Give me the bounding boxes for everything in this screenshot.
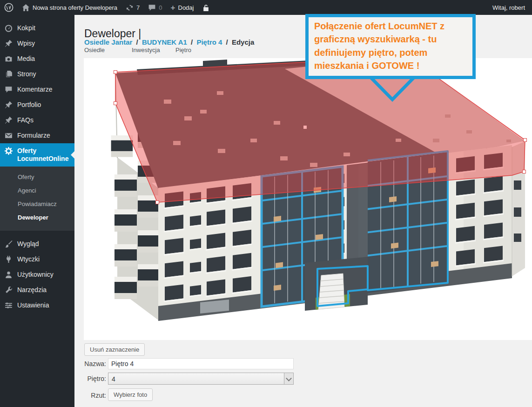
sidebar-item-label: Media <box>17 55 35 63</box>
breadcrumb-separator: / <box>132 38 142 46</box>
sidebar-item-wpisy[interactable]: Wpisy <box>0 36 74 51</box>
sidebar-item-label: Wtyczki <box>17 255 40 263</box>
sidebar-item-label: Użytkownicy <box>17 271 54 279</box>
name-input[interactable] <box>108 358 294 369</box>
updates-count: 7 <box>136 4 140 11</box>
wordpress-logo <box>4 3 13 12</box>
sidebar-item-komentarze[interactable]: Komentarze <box>0 82 74 97</box>
home-icon <box>22 4 30 12</box>
breadcrumb-separator: / <box>222 38 232 46</box>
pin-icon <box>5 116 13 124</box>
sidebar-item-u-ytkownicy[interactable]: Użytkownicy <box>0 267 74 282</box>
selection-handle[interactable] <box>523 170 526 173</box>
admin-bar: Nowa strona oferty Dewelopera 7 0 + Doda… <box>0 0 532 15</box>
breadcrumb: Osiedle Jantar / BUDYNEK A1 / Piętro 4 /… <box>84 38 254 46</box>
sidebar-item-formularze[interactable]: Formularze <box>0 128 74 143</box>
selection-handle[interactable] <box>114 102 117 105</box>
clear-selection-button[interactable]: Usuń zaznaczenie <box>84 343 145 356</box>
breadcrumb-separator: / <box>187 38 197 46</box>
sidebar-menu: KokpitWpisyMediaStronyKomentarzePortfoli… <box>0 15 74 407</box>
sublabel-osiedle: Osiedle <box>84 47 105 53</box>
users-icon <box>5 271 13 279</box>
selection-handle[interactable] <box>156 201 159 204</box>
sublabel-pietro: Piętro <box>175 47 191 53</box>
sidebar-subitem-powiadamiacz[interactable]: Powiadamiacz <box>0 197 74 211</box>
sidebar-item-label: Ustawienia <box>17 301 49 309</box>
sidebar-item-oferty-locumnetonline[interactable]: Oferty LocumnetOnline <box>0 143 74 167</box>
chevron-down-icon <box>284 373 293 384</box>
new-content-button[interactable]: + Dodaj <box>167 0 198 15</box>
sidebar-item-label: Kokpit <box>17 24 35 32</box>
sidebar-subitem-deweloper[interactable]: Deweloper <box>0 211 74 224</box>
sidebar-item-narz-dzia[interactable]: Narzędzia <box>0 282 74 298</box>
breadcrumb-pi-tro-4[interactable]: Piętro 4 <box>196 38 222 46</box>
sidebar-item-label: Narzędzia <box>17 286 47 294</box>
sidebar-item-portfolio[interactable]: Portfolio <box>0 97 74 113</box>
comment-icon <box>148 4 156 12</box>
dashboard-icon <box>5 24 13 32</box>
sidebar-item-wygl-d[interactable]: Wygląd <box>0 236 74 252</box>
sidebar-item-label: Strony <box>17 70 36 78</box>
pin-icon <box>5 40 13 47</box>
sidebar-item-media[interactable]: Media <box>0 51 74 67</box>
plan-label: Rzut: <box>84 392 106 399</box>
gear-icon <box>5 147 13 155</box>
sidebar-item-label: FAQs <box>17 116 34 124</box>
comments-icon <box>5 86 13 93</box>
pin-icon <box>5 101 13 109</box>
floor-select-value: 4 <box>112 375 115 383</box>
plug-icon <box>5 255 13 263</box>
sidebar-item-label: Portfolio <box>17 101 41 109</box>
selection-handle[interactable] <box>114 71 117 74</box>
wrench-icon <box>5 286 13 294</box>
floor-label: Piętro: <box>84 375 106 382</box>
sidebar-item-label: Wpisy <box>17 40 35 47</box>
wordpress-admin: Nowa strona oferty Dewelopera 7 0 + Doda… <box>0 0 532 407</box>
sidebar-item-label: Komentarze <box>17 86 52 93</box>
sidebar-item-strony[interactable]: Strony <box>0 67 74 82</box>
pages-icon <box>5 70 13 78</box>
media-icon <box>5 55 13 63</box>
refresh-icon <box>126 4 134 12</box>
sidebar-subitem-oferty[interactable]: Oferty <box>0 170 74 184</box>
lock-icon <box>202 4 210 12</box>
sidebar-item-wtyczki[interactable]: Wtyczki <box>0 252 74 267</box>
sidebar-submenu: OfertyAgenciPowiadamiaczDeweloper <box>0 167 74 231</box>
sidebar-item-kokpit[interactable]: Kokpit <box>0 20 74 36</box>
breadcrumb-osiedle-jantar[interactable]: Osiedle Jantar <box>84 38 132 46</box>
sidebar-item-label: Wygląd <box>17 240 39 248</box>
comments-button[interactable]: 0 <box>144 0 166 15</box>
choose-photo-button[interactable]: Wybierz foto <box>108 388 153 401</box>
site-title: Nowa strona oferty Dewelopera <box>33 4 117 11</box>
new-content-label: Dodaj <box>178 4 194 11</box>
brush-icon <box>5 240 13 248</box>
sidebar-item-label: Formularze <box>17 132 50 140</box>
sliders-icon <box>5 301 13 309</box>
floor-select[interactable]: 4 <box>108 373 294 385</box>
plus-icon: + <box>171 4 175 12</box>
sidebar-item-label: Oferty LocumnetOnline <box>17 147 73 163</box>
annotation-callout: Połączenie ofert LocumNET z graficzną wy… <box>305 14 476 79</box>
sidebar-item-ustawienia[interactable]: Ustawienia <box>0 298 74 313</box>
selection-handle[interactable] <box>524 139 527 142</box>
account-menu[interactable]: Witaj, robert <box>492 4 532 11</box>
site-menu[interactable]: Nowa strona oferty Dewelopera <box>18 0 121 15</box>
floor-editor-canvas[interactable] <box>84 58 532 340</box>
mail-icon <box>5 132 13 140</box>
breadcrumb-budynek-a1[interactable]: BUDYNEK A1 <box>142 38 187 46</box>
breadcrumb-edycja: Edycja <box>232 38 254 46</box>
sublabel-inwestycja: Inwestycja <box>132 47 160 53</box>
comments-count: 0 <box>159 4 162 11</box>
breadcrumb-sublabels: Osiedle Inwestycja Piętro <box>84 47 326 54</box>
wordpress-logo-button[interactable] <box>0 0 18 15</box>
sidebar-item-faqs[interactable]: FAQs <box>0 113 74 128</box>
updates-button[interactable]: 7 <box>121 0 144 15</box>
name-label: Nazwa: <box>84 360 106 367</box>
lock-button[interactable] <box>198 0 214 15</box>
sidebar-subitem-agenci[interactable]: Agenci <box>0 184 74 197</box>
